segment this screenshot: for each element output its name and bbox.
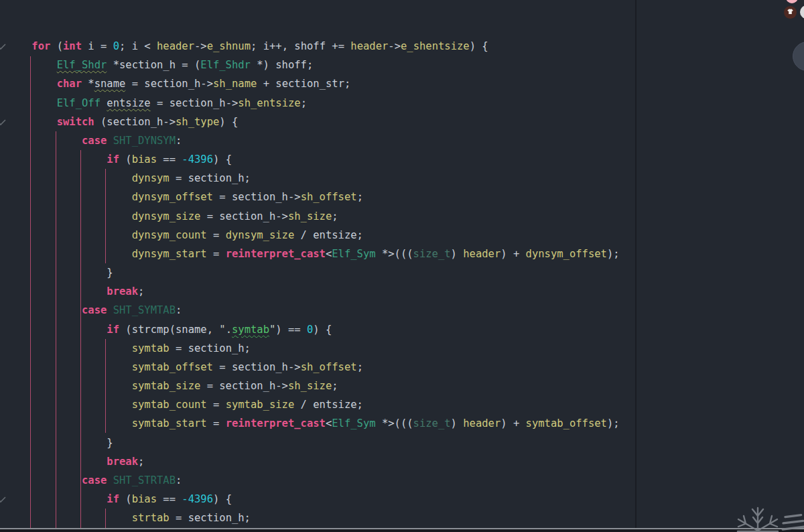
code-token: = section_h-> <box>200 210 288 222</box>
code-token <box>7 417 132 429</box>
fold-chevron-icon[interactable] <box>0 494 6 504</box>
code-line[interactable]: symtab_start = reinterpret_cast<Elf_Sym … <box>7 414 620 433</box>
code-token: header <box>157 40 194 52</box>
code-token <box>107 474 113 486</box>
code-line[interactable]: case SHT_SYMTAB: <box>7 301 182 320</box>
code-line[interactable]: symtab_count = symtab_size / entsize; <box>7 395 363 414</box>
code-token: ) + <box>500 417 525 429</box>
code-token: case <box>82 135 107 147</box>
code-token: = <box>207 248 226 260</box>
code-token: size_t <box>413 248 451 260</box>
code-token: : <box>176 474 182 486</box>
code-token: sh_name <box>213 78 257 90</box>
code-token: int <box>63 40 82 52</box>
code-token: sh_entsize <box>238 97 300 109</box>
code-line[interactable]: } <box>7 263 113 282</box>
code-token: bias <box>132 493 157 505</box>
code-token <box>7 361 132 373</box>
code-token: dynsym_size <box>226 229 295 241</box>
code-line[interactable]: dynsym_start = reinterpret_cast<Elf_Sym … <box>7 245 620 263</box>
code-area[interactable]: for (int i = 0; i < header->e_shnum; i++… <box>0 0 804 532</box>
code-token: " <box>269 324 275 336</box>
code-token: if <box>107 153 119 165</box>
code-token: sh_size <box>288 380 332 392</box>
code-token: = <box>207 417 226 429</box>
code-line[interactable]: dynsym = section_h; <box>7 169 251 188</box>
code-line[interactable]: Elf_Shdr *section_h = (Elf_Shdr *) shoff… <box>7 56 313 74</box>
tshirt-icon <box>786 8 795 17</box>
code-token: ; <box>357 191 363 203</box>
code-token <box>7 380 132 392</box>
code-token <box>7 78 57 90</box>
code-line[interactable]: case SHT_STRTAB: <box>7 471 182 490</box>
code-token: ); <box>607 417 620 429</box>
code-token <box>107 304 113 316</box>
code-token: switch <box>57 116 94 128</box>
code-token <box>7 40 31 52</box>
code-line[interactable]: Elf_Off entsize = section_h->sh_entsize; <box>7 94 307 113</box>
code-token: *) shoff; <box>251 59 313 71</box>
code-token <box>7 191 132 203</box>
code-line[interactable]: break; <box>7 282 144 301</box>
code-token: SHT_STRTAB <box>113 474 176 486</box>
code-token <box>7 59 57 71</box>
code-line[interactable]: dynsym_size = section_h->sh_size; <box>7 207 338 226</box>
code-line[interactable]: symtab_size = section_h->sh_size; <box>7 377 338 395</box>
code-token: = section_h-> <box>151 97 239 109</box>
editor-window: for (int i = 0; i < header->e_shnum; i++… <box>0 0 804 532</box>
code-line[interactable]: break; <box>7 452 144 471</box>
code-token: Elf_Shdr <box>200 59 251 71</box>
code-token: *section_h = ( <box>107 59 200 71</box>
code-token: = section_h-> <box>213 191 301 203</box>
code-token: = section_h-> <box>125 78 213 90</box>
code-token: symtab_count <box>132 399 207 411</box>
code-line[interactable]: if (strcmp(sname, ".symtab") == 0) { <box>7 320 332 339</box>
code-line[interactable]: switch (section_h->sh_type) { <box>7 113 238 131</box>
code-line[interactable]: strtab = section_h; <box>7 509 251 527</box>
code-line[interactable]: for (int i = 0; i < header->e_shnum; i++… <box>7 37 488 56</box>
code-line[interactable]: } <box>7 434 113 452</box>
code-token: strtab <box>132 512 170 524</box>
code-token <box>7 210 132 222</box>
code-line[interactable]: dynsym_offset = section_h->sh_offset; <box>7 188 363 206</box>
code-token: header <box>350 40 388 52</box>
code-token: == <box>157 153 182 165</box>
snowflake-watermark-icon <box>730 503 804 532</box>
code-token: dynsym_count <box>132 229 207 241</box>
code-token <box>107 135 113 147</box>
code-token <box>7 324 107 336</box>
code-token <box>7 229 132 241</box>
code-line[interactable]: dynsym_count = dynsym_size / entsize; <box>7 226 363 245</box>
code-token: ) { <box>470 40 488 52</box>
code-token: size_t <box>413 417 451 429</box>
code-token <box>7 172 132 184</box>
code-token: * <box>82 78 94 90</box>
code-token: header <box>463 417 500 429</box>
code-token <box>7 116 57 128</box>
code-token: Elf_Off <box>57 97 100 109</box>
code-token: symtab_size <box>226 399 295 411</box>
code-token: *>((( <box>376 417 413 429</box>
code-line[interactable]: char *sname = section_h->sh_name + secti… <box>7 74 350 93</box>
code-line[interactable]: symtab = section_h; <box>7 339 251 358</box>
code-token: = section_h; <box>170 512 251 524</box>
code-token: ; i < <box>119 40 157 52</box>
code-token: SHT_DYNSYM <box>113 135 176 147</box>
code-line[interactable]: case SHT_DYNSYM: <box>7 131 182 150</box>
fold-chevron-icon[interactable] <box>0 117 6 127</box>
code-token: ) { <box>313 324 332 336</box>
tshirt-button[interactable] <box>784 6 797 19</box>
code-token: == <box>157 493 182 505</box>
code-line[interactable]: if (bias == -4396) { <box>7 150 232 169</box>
code-token <box>7 342 132 354</box>
code-line[interactable]: if (bias == -4396) { <box>7 490 232 509</box>
code-line[interactable]: symtab_offset = section_h->sh_offset; <box>7 358 363 377</box>
code-token: SHT_SYMTAB <box>113 304 176 316</box>
code-token: -> <box>194 40 207 52</box>
code-token: sh_type <box>176 116 219 128</box>
fold-chevron-icon[interactable] <box>0 42 6 51</box>
code-token: ; <box>138 456 144 468</box>
code-token <box>7 248 132 260</box>
code-token: reinterpret_cast <box>226 417 326 429</box>
code-token: ) { <box>219 116 238 128</box>
